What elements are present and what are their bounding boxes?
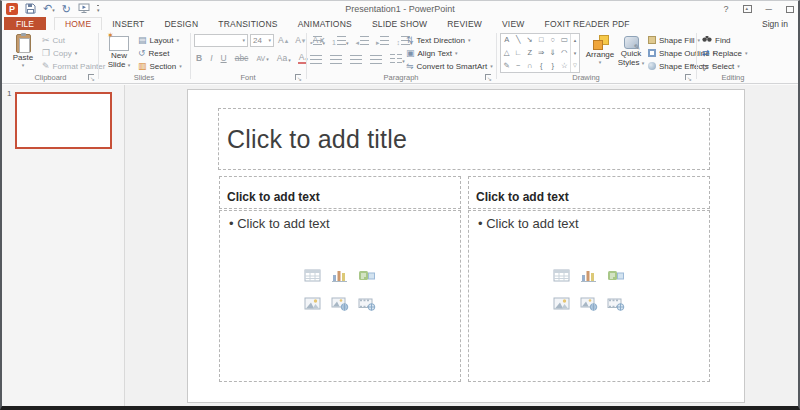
format-painter-button[interactable]: ✎ Format Painter (42, 60, 105, 72)
font-name-combo[interactable]: ▾ (194, 34, 248, 47)
strikethrough-button[interactable]: abc (233, 53, 251, 63)
align-center-icon[interactable] (330, 55, 342, 64)
clipboard-dialog-launcher-icon[interactable] (87, 73, 95, 81)
bold-button[interactable]: B (194, 53, 204, 63)
new-slide-button[interactable]: New Slide ▾ (102, 32, 136, 76)
shape-gallery-item-icon[interactable]: △ (504, 49, 510, 57)
tab-file[interactable]: FILE (4, 17, 46, 30)
underline-button[interactable]: U (219, 53, 229, 63)
insert-video-icon[interactable] (607, 296, 625, 315)
insert-chart-icon[interactable] (580, 268, 598, 287)
shape-gallery-item-icon[interactable]: ◠ (561, 49, 568, 57)
convert-to-smartart-button[interactable]: ⇋ Convert to SmartArt ▾ (406, 60, 493, 72)
select-button[interactable]: ▷ Select ▾ (702, 60, 740, 72)
insert-pictures-icon[interactable] (553, 296, 571, 315)
shapes-scroll-down-icon[interactable]: ▾ (571, 47, 579, 60)
right-content-placeholder[interactable]: • Click to add text (468, 210, 710, 382)
shape-gallery-item-icon[interactable]: ∩ (527, 62, 532, 70)
shape-gallery-item-icon[interactable]: ⇓ (550, 49, 556, 57)
numbering-icon[interactable]: 1▾ (332, 36, 348, 47)
shape-gallery-item-icon[interactable]: { (540, 62, 543, 70)
justify-icon[interactable] (370, 55, 382, 64)
tab-slide-show[interactable]: SLIDE SHOW (362, 17, 437, 30)
shape-gallery-item-icon[interactable]: ○ (550, 36, 555, 44)
tab-insert[interactable]: INSERT (102, 17, 154, 30)
shape-gallery-item-icon[interactable]: ∟ (515, 49, 522, 57)
slide-thumbnail-pane[interactable]: 1 (2, 85, 125, 406)
character-spacing-button[interactable]: AV▾ (254, 55, 270, 62)
reset-button[interactable]: ↺ Reset (138, 47, 169, 59)
drawing-dialog-launcher-icon[interactable] (684, 73, 692, 81)
shape-gallery-item-icon[interactable]: ↘ (527, 36, 533, 44)
shape-gallery-item-icon[interactable]: ⇒ (538, 49, 544, 57)
redo-icon[interactable]: ↻ (62, 4, 71, 14)
shape-gallery-item-icon[interactable]: ~ (516, 62, 520, 70)
increase-indent-icon[interactable]: ▸ (376, 36, 390, 47)
align-left-icon[interactable] (310, 55, 322, 64)
left-content-placeholder[interactable]: • Click to add text (219, 210, 461, 382)
shape-gallery-item-icon[interactable]: ✎ (504, 62, 510, 70)
replace-button[interactable]: ⇄ Replace ▾ (702, 47, 747, 59)
tab-home[interactable]: HOME (54, 17, 102, 30)
shape-fill-button[interactable]: Shape Fill ▾ (648, 34, 700, 46)
italic-button[interactable]: I (208, 53, 214, 63)
tab-view[interactable]: VIEW (492, 17, 535, 30)
text-direction-button[interactable]: ⇅ Text Direction ▾ (406, 34, 471, 46)
sign-in-link[interactable]: Sign in (762, 17, 788, 30)
slide-1-thumbnail[interactable] (15, 92, 112, 149)
powerpoint-app-icon[interactable]: P (6, 3, 18, 15)
insert-smartart-icon[interactable] (607, 268, 625, 287)
save-icon[interactable] (25, 0, 36, 18)
quick-styles-button[interactable]: Quick Styles ▾ (616, 32, 646, 76)
shape-gallery-item-icon[interactable]: ☆ (561, 62, 568, 70)
columns-icon[interactable]: ▾ (390, 54, 405, 65)
section-button[interactable]: ▥ Section ▾ (138, 60, 182, 72)
font-size-combo[interactable]: 24▾ (250, 34, 274, 47)
insert-table-icon[interactable] (304, 268, 322, 287)
customize-qat-icon[interactable]: ▾ (97, 5, 100, 13)
insert-chart-icon[interactable] (331, 268, 349, 287)
online-pictures-icon[interactable] (580, 296, 598, 315)
font-dialog-launcher-icon[interactable] (294, 73, 302, 81)
right-text-placeholder[interactable]: Click to add text (468, 176, 710, 209)
undo-icon[interactable]: ↶▾ (43, 3, 55, 15)
change-case-button[interactable]: Aa▾ (275, 53, 293, 63)
insert-video-icon[interactable] (358, 296, 376, 315)
shape-gallery-item-icon[interactable]: □ (539, 36, 544, 44)
decrease-indent-icon[interactable]: ◂ (355, 36, 369, 47)
shape-gallery-item-icon[interactable]: ╲ (516, 36, 521, 44)
insert-smartart-icon[interactable] (358, 268, 376, 287)
shape-gallery-item-icon[interactable]: } (551, 62, 554, 70)
shapes-scroll-up-icon[interactable]: ▴ (571, 34, 579, 47)
shape-gallery-item-icon[interactable]: Z (527, 49, 532, 57)
start-from-beginning-icon[interactable] (78, 0, 90, 18)
cut-button[interactable]: ✂ Cut (42, 34, 65, 46)
align-right-icon[interactable] (350, 55, 362, 64)
grow-font-button[interactable]: A▴ (276, 35, 291, 45)
tab-transitions[interactable]: TRANSITIONS (208, 17, 287, 30)
shapes-more-icon[interactable]: ▽ (571, 59, 579, 72)
insert-table-icon[interactable] (553, 268, 571, 287)
bullets-icon[interactable]: •▾ (310, 36, 325, 47)
restore-icon[interactable] (786, 6, 794, 13)
left-text-placeholder[interactable]: Click to add text (219, 176, 461, 209)
paste-button[interactable]: Paste ▾ (6, 32, 40, 76)
align-text-button[interactable]: ▣ Align Text ▾ (406, 47, 458, 59)
help-icon[interactable]: ? (724, 4, 729, 14)
tab-review[interactable]: REVIEW (437, 17, 492, 30)
ribbon-display-options-icon[interactable]: ▴ (743, 5, 752, 13)
insert-pictures-icon[interactable] (304, 296, 322, 315)
paragraph-dialog-launcher-icon[interactable] (484, 73, 492, 81)
layout-button[interactable]: ▤ Layout ▾ (138, 34, 179, 46)
shape-gallery-item-icon[interactable]: ▭ (561, 36, 568, 44)
tab-design[interactable]: DESIGN (154, 17, 208, 30)
tab-animations[interactable]: ANIMATIONS (288, 17, 362, 30)
arrange-button[interactable]: Arrange ▾ (584, 32, 616, 76)
online-pictures-icon[interactable] (331, 296, 349, 315)
find-button[interactable]: Find (702, 34, 731, 46)
shape-gallery-item-icon[interactable]: A (504, 36, 509, 44)
minimize-icon[interactable]: ─ (766, 4, 772, 14)
slide-canvas[interactable]: Click to add title Click to add text • C… (187, 89, 745, 403)
copy-button[interactable]: ❐ Copy ▾ (42, 47, 77, 59)
tab-foxit-reader-pdf[interactable]: FOXIT READER PDF (535, 17, 640, 30)
